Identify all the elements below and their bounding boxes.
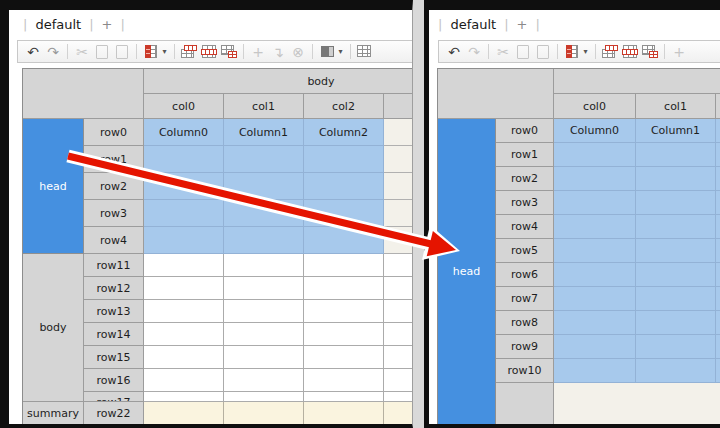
grid-cell[interactable] [224,227,304,254]
grid-cell[interactable]: Column1 [224,119,304,146]
row-label-row3[interactable]: row3 [84,200,144,227]
grid-cell[interactable] [224,346,304,369]
grid-cell[interactable] [304,323,384,346]
grid-cell[interactable] [224,369,304,392]
table-extra-button[interactable] [356,43,374,61]
column-header-col0[interactable]: col0 [144,94,224,119]
add-tab-button[interactable]: + [517,17,528,32]
grid-cell[interactable] [554,311,636,335]
grid-cell[interactable] [636,239,716,263]
grid-cell[interactable] [716,215,720,239]
grid-cell[interactable] [304,254,384,277]
grid-cell[interactable] [144,369,224,392]
grid-cell[interactable] [144,227,224,254]
merge-cells-button[interactable] [641,43,659,61]
grid-cell[interactable] [144,392,224,402]
paste-button[interactable] [534,43,552,61]
row-label-row7[interactable]: row7 [496,287,554,311]
cut-button[interactable]: ✂ [73,43,91,61]
grid-cell[interactable] [384,173,412,200]
grid-cell[interactable] [304,369,384,392]
layout-caret-icon[interactable]: ▾ [336,43,345,61]
column-header-col0[interactable]: col0 [554,94,636,119]
grid-cell[interactable] [554,335,636,359]
grid-cell[interactable] [304,300,384,323]
row-label-row9[interactable]: row9 [496,335,554,359]
grid-cell[interactable] [636,287,716,311]
group-label-head[interactable]: head [23,119,84,254]
row-label-row6[interactable]: row6 [496,263,554,287]
grid-cell[interactable] [304,392,384,402]
row-label-row13[interactable]: row13 [84,300,144,323]
insert-row-button[interactable] [621,43,639,61]
grid-cell[interactable] [384,254,412,277]
grid-cell[interactable] [304,346,384,369]
row-label-row1[interactable]: row1 [84,146,144,173]
grid-cell[interactable] [224,200,304,227]
grid-cell[interactable]: Column0 [554,119,636,143]
grid-cell[interactable] [144,402,224,424]
cut-button[interactable]: ✂ [494,43,512,61]
add-button[interactable]: + [670,43,688,61]
column-group-header[interactable]: body [144,69,412,94]
grid-cell[interactable] [144,146,224,173]
grid-cell[interactable] [384,300,412,323]
insert-row-above-button[interactable] [180,43,198,61]
grid-cell[interactable] [716,167,720,191]
grid-cell[interactable] [384,200,412,227]
row-label-row10[interactable]: row10 [496,359,554,383]
grid-cell[interactable] [554,167,636,191]
grid-cell[interactable] [224,392,304,402]
grid-cell[interactable] [224,300,304,323]
table-menu-button[interactable] [142,43,160,61]
column-header-blank[interactable] [716,94,720,119]
apply-button[interactable]: ↴ [269,43,287,61]
grid-cell[interactable] [224,323,304,346]
row-label-row3[interactable]: row3 [496,191,554,215]
grid-cell[interactable] [384,119,412,146]
remove-button[interactable]: ⊗ [289,43,307,61]
grid-cell[interactable] [636,311,716,335]
grid-cell[interactable] [554,383,720,424]
grid-cell[interactable] [384,227,412,254]
paste-button[interactable] [113,43,131,61]
merge-cells-button[interactable] [220,43,238,61]
grid-cell[interactable] [384,402,412,424]
grid-cell[interactable] [636,143,716,167]
group-label-summary[interactable]: summary [23,402,84,424]
grid-cell[interactable] [304,173,384,200]
insert-row-above-button[interactable] [601,43,619,61]
copy-button[interactable] [514,43,532,61]
grid-cell[interactable] [636,167,716,191]
grid-cell[interactable] [144,346,224,369]
grid-cell[interactable] [716,311,720,335]
row-label-row12[interactable]: row12 [84,277,144,300]
row-label-row4[interactable]: row4 [84,227,144,254]
grid-cell[interactable] [554,239,636,263]
grid-cell[interactable] [716,335,720,359]
grid-cell[interactable] [554,143,636,167]
grid-cell[interactable] [716,191,720,215]
grid-cell[interactable] [144,200,224,227]
row-label-row5[interactable]: row5 [496,239,554,263]
redo-button[interactable]: ↷ [465,43,483,61]
grid-cell[interactable] [384,369,412,392]
grid-cell[interactable] [636,215,716,239]
column-header-col2[interactable]: col2 [304,94,384,119]
grid-cell[interactable]: Column1 [636,119,716,143]
grid-cell[interactable] [384,346,412,369]
grid-cell[interactable] [304,146,384,173]
row-label-row2[interactable]: row2 [84,173,144,200]
grid-cell[interactable] [224,402,304,424]
grid-cell[interactable] [554,263,636,287]
grid-cell[interactable] [144,277,224,300]
grid-cell[interactable] [716,119,720,143]
grid-cell[interactable] [304,200,384,227]
grid-cell[interactable] [716,143,720,167]
grid-cell[interactable] [716,239,720,263]
grid-cell[interactable]: Column0 [144,119,224,146]
row-label-row17[interactable]: row17 [84,392,144,402]
grid-cell[interactable] [144,323,224,346]
grid-cell[interactable] [144,254,224,277]
row-label-blank[interactable] [496,383,554,424]
